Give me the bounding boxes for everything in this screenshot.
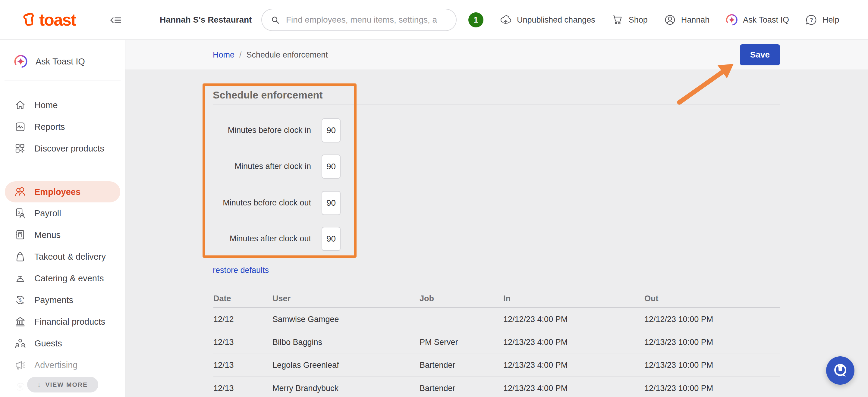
minutes-after-clock-in-input[interactable] — [321, 155, 341, 178]
breadcrumb: Home / Schedule enforcement — [213, 40, 328, 70]
sidebar-item-ask-toast-iq[interactable]: Ask Toast IQ — [0, 40, 125, 73]
save-button[interactable]: Save — [740, 44, 780, 65]
toast-chat-bubble-icon — [832, 362, 849, 379]
sidebar-item-label: Discover products — [34, 144, 104, 154]
sidebar-item-employees[interactable]: Employees — [5, 181, 120, 202]
toast-iq-icon — [725, 13, 738, 27]
search-input[interactable] — [285, 15, 449, 25]
sidebar-collapse-icon[interactable] — [109, 13, 123, 27]
col-header-in: In — [503, 294, 644, 303]
sidebar-item-reports[interactable]: Reports — [0, 116, 125, 138]
page-toolbar: Home / Schedule enforcement Save — [125, 40, 868, 70]
account-menu-button[interactable]: Hannah — [663, 13, 710, 27]
sidebar-item-label: Reports — [34, 122, 65, 132]
help-button[interactable]: ? Help — [805, 13, 839, 27]
ask-toast-iq-header-button[interactable]: Ask Toast IQ — [725, 13, 789, 27]
header-right-nav: 1 Unpublished changes Shop — [468, 0, 839, 40]
shop-button[interactable]: Shop — [611, 13, 648, 27]
sidebar-item-payments[interactable]: $ Payments — [0, 289, 125, 311]
sidebar-item-label: Payments — [34, 295, 73, 305]
sidebar-item-label: Takeout & delivery — [34, 252, 106, 262]
sidebar-item-label: Advertising — [34, 360, 78, 370]
minutes-before-clock-out-input[interactable] — [321, 191, 341, 215]
cell-in: 12/13/23 4:00 PM — [503, 338, 644, 347]
sidebar-divider — [4, 168, 121, 168]
sidebar-item-discover-products[interactable]: Discover products — [0, 138, 125, 159]
sidebar-item-label: Guests — [34, 338, 62, 349]
breadcrumb-separator: / — [239, 50, 242, 60]
top-header: toast Hannah S's Restaurant 1 — [0, 0, 868, 40]
sidebar-item-payroll[interactable]: $ Payroll — [0, 202, 125, 224]
cell-out: 12/13/23 10:00 PM — [644, 384, 780, 393]
search-icon — [270, 14, 281, 25]
cell-out: 12/13/23 10:00 PM — [644, 338, 780, 347]
sidebar-item-guests[interactable]: Guests — [0, 333, 125, 354]
sidebar-item-advertising[interactable]: Advertising — [0, 354, 125, 376]
sidebar: Ask Toast IQ Home Reports — [0, 40, 125, 397]
sidebar-item-catering-events[interactable]: Catering & events — [0, 267, 125, 289]
restaurant-name: Hannah S's Restaurant — [160, 0, 252, 40]
minutes-after-clock-in-row: Minutes after clock in — [213, 155, 345, 178]
discover-products-icon — [14, 142, 27, 155]
minutes-before-clock-in-input[interactable] — [321, 119, 341, 142]
sidebar-item-label: Employees — [34, 187, 81, 197]
svg-text:$: $ — [18, 210, 20, 214]
cell-user: Samwise Gamgee — [273, 315, 420, 324]
down-arrow-icon: ↓ — [37, 381, 41, 388]
sidebar-item-label: Home — [34, 100, 58, 110]
cell-job: Bartender — [420, 384, 503, 393]
reports-icon — [14, 121, 27, 133]
sidebar-item-label: Catering & events — [34, 273, 104, 284]
sidebar-item-financial-products[interactable]: Financial products — [0, 311, 125, 333]
cell-in: 12/13/23 4:00 PM — [503, 361, 644, 370]
unpublished-changes-label: Unpublished changes — [517, 15, 595, 25]
cell-out: 12/12/23 10:00 PM — [644, 315, 780, 324]
breadcrumb-current: Schedule enforcement — [247, 50, 328, 60]
sidebar-item-menus[interactable]: Menus — [0, 224, 125, 246]
toast-bread-icon — [22, 12, 38, 28]
cell-date: 12/12 — [213, 315, 273, 324]
field-label: Minutes before clock out — [213, 198, 311, 207]
cell-user: Bilbo Baggins — [273, 338, 420, 347]
main-content: Schedule enforcement Minutes before cloc… — [125, 70, 868, 397]
ask-toast-iq-label: Ask Toast IQ — [743, 15, 789, 25]
cloud-upload-icon — [499, 13, 513, 27]
sidebar-item-home[interactable]: Home — [0, 94, 125, 116]
title-divider — [213, 104, 780, 105]
megaphone-icon — [14, 359, 27, 371]
toast-admin-app: toast Hannah S's Restaurant 1 — [0, 0, 868, 397]
minutes-after-clock-out-row: Minutes after clock out — [213, 227, 345, 251]
sidebar-item-takeout-delivery[interactable]: Takeout & delivery — [0, 246, 125, 267]
minutes-after-clock-out-input[interactable] — [321, 227, 341, 251]
account-label: Hannah — [681, 15, 710, 25]
catering-cloche-icon — [14, 272, 27, 285]
minutes-before-clock-out-row: Minutes before clock out — [213, 191, 345, 215]
marketing-icon — [14, 381, 27, 393]
table-row: 12/13 Merry Brandybuck Bartender 12/13/2… — [213, 377, 780, 397]
unpublished-count-badge: 1 — [468, 12, 484, 27]
col-header-out: Out — [644, 294, 780, 303]
col-header-user: User — [273, 294, 420, 303]
cell-in: 12/12/23 4:00 PM — [503, 315, 644, 324]
global-search[interactable] — [261, 9, 457, 31]
toast-logo[interactable]: toast — [22, 0, 76, 40]
bank-icon — [14, 316, 27, 328]
view-more-button[interactable]: ↓ VIEW MORE — [27, 377, 98, 393]
payments-icon: $ — [14, 294, 27, 306]
cell-date: 12/13 — [213, 384, 273, 393]
page-title: Schedule enforcement — [213, 89, 323, 101]
restore-defaults-link[interactable]: restore defaults — [213, 266, 269, 275]
svg-text:$: $ — [19, 298, 22, 302]
col-header-job: Job — [420, 294, 503, 303]
guests-icon — [14, 337, 27, 350]
toast-wordmark: toast — [39, 12, 76, 28]
sidebar-item-label: Payroll — [34, 208, 61, 219]
field-label: Minutes after clock out — [213, 234, 311, 243]
support-chat-button[interactable] — [826, 356, 855, 385]
breadcrumb-home-link[interactable]: Home — [213, 50, 235, 60]
minutes-before-clock-in-row: Minutes before clock in — [213, 119, 345, 142]
unpublished-changes-button[interactable]: Unpublished changes — [499, 13, 595, 27]
sidebar-item-label: Ask Toast IQ — [36, 57, 85, 67]
cell-in: 12/13/23 4:00 PM — [503, 384, 644, 393]
employees-icon — [14, 186, 27, 198]
